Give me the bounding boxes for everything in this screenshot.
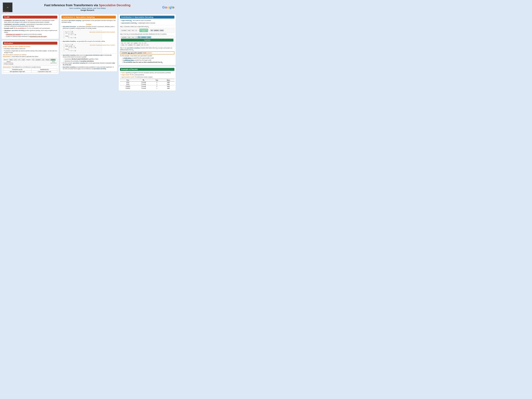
tldr-sub-2: ○ Quality isn't affected (output distrib… <box>5 36 57 38</box>
table-r1c2: X operations / byte read <box>32 71 57 73</box>
results-table-header-row: Task Mq Temp Speed <box>120 79 174 81</box>
sub-identical: ○ Guarantees identical output distributi… <box>63 58 116 60</box>
draft-tokens-bullet: 2 draft tokens accepted from the approxi… <box>122 57 174 59</box>
spec-exec-bullet: > Speculative Execution - an optimizatio… <box>62 26 116 29</box>
table-row: CNNDM T5-small 0 3.1X <box>120 85 174 87</box>
col-task: Task <box>120 79 135 81</box>
page-header: QR Fast Inference from Transformers via … <box>1 1 176 13</box>
sub-maximizes: ○ Maximizes the probability of accepting… <box>63 60 116 62</box>
contribution1-card: Contribution 1: Speculative Sampling We … <box>60 14 117 72</box>
prob-table: the 0.7 best 0.4 painters 0.4 to 0.5 man… <box>121 42 173 46</box>
obs1: Observation 1: some tokens are easier to… <box>3 56 57 57</box>
spec-samp-bullet: > Speculative Sampling - we generalize t… <box>62 40 116 42</box>
target-model-result-bullet: > Target model: T5-XXL (11B parameters) <box>120 74 174 76</box>
contribution1-intro: We propose speculative sampling, a gener… <box>62 20 116 23</box>
memory-table: TPUs/GPUs can do Transformers do XXX ope… <box>3 69 57 73</box>
tldr-bullet-3: > Example result: 2X-3X acceleration for… <box>3 27 57 29</box>
obs-title: Two observations motivate our method: <box>3 54 57 55</box>
easy-annotation: Easy (given prefix) <box>51 61 56 65</box>
google-logo: Google <box>162 5 175 9</box>
organization: Google Research <box>13 9 162 11</box>
col-speed: Speed <box>162 79 174 81</box>
step2-label: Step 2: Run Mp to concurrently generate … <box>120 33 174 35</box>
annotation-row: Difficult (requires knowledge of Hebrew … <box>4 61 57 65</box>
tldr-bullet-2: > Contribution: speculative sampling - a… <box>3 24 57 27</box>
middle-column: Contribution 1: Speculative Sampling We … <box>60 14 117 91</box>
table-row: EnDe T5-small 1 2.6X <box>120 83 174 85</box>
table-r1c1: XXX operations / byte read <box>3 71 32 73</box>
step1-label: Step 1: Generate γ tokens as a rough dra… <box>120 26 174 28</box>
paper-label[interactable]: Paper <box>3 10 9 13</box>
code-block-1: 1X = 7 / 15 2If X < 0.5: 3 Y = 9 / 16 4E… <box>62 30 102 40</box>
only3pct-bullet: > For this example, speculative sampling… <box>62 62 116 66</box>
parallelism-bullet: > Speculative sampling can potentially i… <box>62 66 116 70</box>
step2-top-tokens: Leonardo was one of the greatest minds <box>121 36 173 38</box>
probability-bullet: The probability stays the same as when s… <box>122 61 174 63</box>
target-model-box: Target Model <box>121 39 173 42</box>
header-center: Fast Inference from Transformers via Spe… <box>13 3 162 11</box>
right-column: Contribution 2: Speculative Decoding > T… <box>119 14 176 91</box>
main-grid: TL;DR > Contribution: speculative decodi… <box>1 14 176 91</box>
tldr-card: TL;DR > Contribution: speculative decodi… <box>1 14 59 39</box>
divider-1 <box>62 53 116 54</box>
col-mq: Mq <box>136 79 152 81</box>
step1-diagram: Leonardo was one of → ApproximationModel… <box>120 28 174 33</box>
contribution1-header: Contribution 1: Speculative Sampling <box>62 16 116 19</box>
left-column: TL;DR > Contribution: speculative decodi… <box>1 14 59 91</box>
results-header: Example of Results <box>120 68 174 71</box>
table-row: CNNDM T5-small 1 2.3X <box>120 87 174 89</box>
results-card: Example of Results > Tasks: Speeding up … <box>119 66 176 91</box>
motivation-card: Motivation Larger models are more capabl… <box>1 40 59 74</box>
target-model-bullet: > Target model (Mp) - the model we want … <box>120 20 174 22</box>
tldr-header: TL;DR <box>3 16 57 19</box>
additional-token-bullet: 1 additional token sampled from the targ… <box>122 59 174 61</box>
motivation-title: Larger models are more capable but slowe… <box>3 46 57 47</box>
code-block-2: 1X = 7 / 15 2With prob. X: 3 Y = 9 / 16 … <box>62 43 102 53</box>
results-table: Task Mq Temp Speed EnDe T5-small 0 3.4X … <box>120 79 174 89</box>
tldr-sub-1: ○ Retraining isn't required (can speed u… <box>5 33 57 35</box>
difficult-annotation: Difficult (requires knowledge of Hebrew … <box>4 61 13 65</box>
obs2: Observation 2: The bottleneck for LLM in… <box>3 66 57 68</box>
tasks-bullet: > Tasks: Speeding up English-to-German t… <box>120 72 174 74</box>
bracket2-annotation: Speculative sampling can perform these i… <box>90 44 115 46</box>
context-label: Context <box>62 24 116 25</box>
approx-model-result-bullet: > Approximation model: T5-small (more re… <box>120 76 174 78</box>
bracket1-annotation: Speculative execution can perform these … <box>89 32 115 33</box>
paper-title: Fast Inference from Transformers via Spe… <box>13 3 162 7</box>
motivation-bullet-2: > To produce a single token we need to r… <box>3 50 57 53</box>
approx-dist-bullet: > Speculative sampling makes use of an a… <box>62 54 116 58</box>
col-temp: Temp <box>152 79 162 81</box>
motivation-bullet-1: > Decoding K tokens takes K serial runs. <box>3 48 57 50</box>
table-col2-header: Transformers do <box>32 69 57 71</box>
motivation-header: Motivation <box>3 42 57 44</box>
table-col1-header: TPUs/GPUs can do <box>3 69 32 71</box>
approx-model-bullet: > Approximation model (Mq) - a lightweig… <box>120 22 174 24</box>
approx-model-box: ApproximationModel <box>139 29 148 32</box>
for-example-text: For this example, 3 new tokens were gene… <box>120 55 174 57</box>
step3-label: Step 3: Use speculative sampling to deci… <box>120 47 174 51</box>
hebrew-row: Hebrew: אובמה ברק היה הנשיא English: The… <box>4 59 57 61</box>
token-illustration: Hebrew: אובמה ברק היה הנשיא English: The… <box>3 58 57 66</box>
result-tokens-row: Leonardo was one of the greatest minds p… <box>120 51 174 54</box>
step2-diagram: Leonardo was one of the greatest minds T… <box>120 36 174 47</box>
contribution2-card: Contribution 2: Speculative Decoding > T… <box>119 14 176 65</box>
tldr-bullet-1: > Contribution: speculative decoding - a… <box>3 20 57 23</box>
contribution2-header: Contribution 2: Speculative Decoding <box>120 16 174 19</box>
table-row: EnDe T5-small 0 3.4X <box>120 81 174 83</box>
tldr-bullet-4: > Takeaways: speculative decoding provid… <box>3 30 57 33</box>
authors: Yaniv Leviathan, Matan Kalman, and Yossi… <box>13 7 162 9</box>
